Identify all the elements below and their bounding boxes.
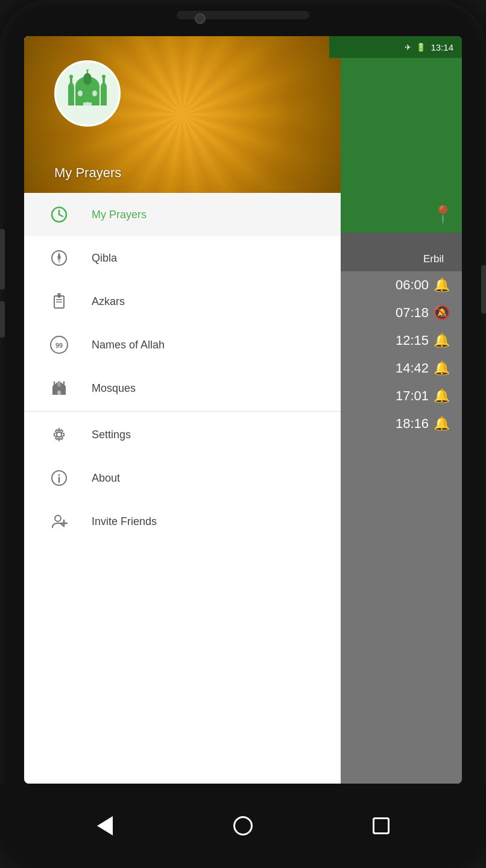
status-time: 13:14 [431,42,453,52]
prayer-time-4: 14:42 [396,360,429,376]
svg-point-42 [58,474,60,476]
prayer-time-1: 06:00 [396,277,429,293]
nav-drawer: My Prayers My Prayers [24,36,341,784]
svg-rect-2 [70,78,72,87]
svg-point-21 [58,257,60,259]
svg-point-31 [54,382,55,383]
gear-icon [48,426,70,443]
menu-label-my-prayers: My Prayers [92,209,147,221]
menu-label-invite-friends: Invite Friends [92,515,157,528]
bell-icon-6[interactable]: 🔔 [434,416,450,432]
svg-point-25 [57,294,61,298]
screen: ✈ 🔋 13:14 📍 Erbil 06:00 🔔 07:18 🔕 [24,36,462,784]
city-label: Erbil [423,253,444,265]
svg-point-38 [57,381,61,387]
volume-down-button[interactable] [0,301,5,338]
menu-label-mosques: Mosques [92,382,136,395]
drawer-menu: My Prayers Qibla [24,193,341,784]
phone-frame: ✈ 🔋 13:14 📍 Erbil 06:00 🔔 07:18 🔕 [0,0,486,868]
svg-rect-6 [103,78,105,87]
svg-point-7 [102,75,106,78]
book-icon [48,293,70,310]
menu-label-azkars: Azkars [92,295,125,308]
menu-item-my-prayers[interactable]: My Prayers [24,193,341,236]
info-icon [48,470,70,486]
menu-item-settings[interactable]: Settings [24,413,341,456]
drawer-header: My Prayers [24,36,341,193]
svg-point-44 [55,515,61,521]
home-icon [233,816,253,835]
svg-text:99: 99 [55,342,63,349]
menu-item-invite-friends[interactable]: Invite Friends [24,500,341,543]
prayer-time-5: 17:01 [396,388,429,404]
prayer-time-row: 14:42 🔔 [329,354,462,382]
bell-icon-1[interactable]: 🔔 [434,277,450,293]
svg-point-3 [69,75,73,78]
airplane-icon: ✈ [405,43,411,52]
recent-icon [373,817,390,834]
menu-divider [24,411,341,412]
menu-label-qibla: Qibla [92,252,117,265]
prayer-time-row: 18:16 🔔 [329,410,462,438]
prayer-time-3: 12:15 [396,333,429,348]
clock-icon [48,206,70,223]
bell-icon-4[interactable]: 🔔 [434,360,450,376]
location-icon: 📍 [432,204,453,224]
svg-rect-10 [83,102,92,105]
back-button[interactable] [89,810,121,841]
bell-icon-5[interactable]: 🔔 [434,388,450,404]
svg-point-11 [78,90,83,96]
camera [195,13,206,24]
bell-icon-3[interactable]: 🔔 [434,333,450,348]
prayer-times-list: 06:00 🔔 07:18 🔕 12:15 🔔 14:42 🔔 17:01 [329,271,462,784]
drawer-app-name: My Prayers [54,165,121,181]
recent-button[interactable] [365,810,397,841]
svg-point-35 [63,382,65,383]
volume-up-button[interactable] [0,229,5,289]
mosque-svg [63,69,112,118]
prayer-time-row: 07:18 🔕 [329,299,462,327]
menu-item-about[interactable]: About [24,456,341,500]
home-button[interactable] [227,810,259,841]
prayer-time-6: 18:16 [396,416,429,432]
svg-point-13 [83,73,92,85]
power-button[interactable] [481,265,486,313]
prayer-time-2: 07:18 [396,305,429,321]
compass-icon [48,250,70,266]
prayer-time-row: 06:00 🔔 [329,271,462,299]
battery-icon: 🔋 [416,43,426,52]
prayer-time-row: 17:01 🔔 [329,382,462,410]
status-bar: ✈ 🔋 13:14 [329,36,462,58]
menu-item-names-of-allah[interactable]: 99 Names of Allah [24,323,341,366]
menu-item-qibla[interactable]: Qibla [24,236,341,280]
mosque-icon [48,380,70,397]
99-icon: 99 [48,335,70,354]
bell-icon-2[interactable]: 🔕 [434,305,450,321]
app-logo [54,60,121,127]
svg-line-17 [59,215,63,216]
svg-point-12 [92,90,97,96]
menu-label-about: About [92,472,120,485]
bottom-nav [0,784,486,868]
menu-label-settings: Settings [92,429,131,441]
drawer-header-bg: My Prayers [24,36,341,193]
prayer-time-row: 12:15 🔔 [329,327,462,354]
person-add-icon [48,513,70,530]
svg-rect-39 [57,391,61,395]
back-icon [97,816,113,835]
menu-label-names-of-allah: Names of Allah [92,339,165,351]
menu-item-azkars[interactable]: Azkars [24,280,341,323]
menu-item-mosques[interactable]: Mosques [24,366,341,410]
